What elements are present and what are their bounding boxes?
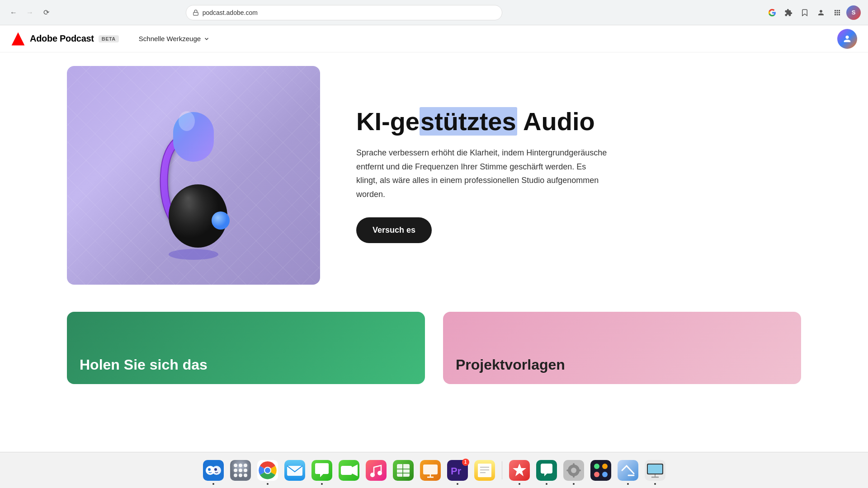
header-right [837, 29, 857, 49]
lock-icon [193, 9, 199, 16]
dock-music[interactable] [364, 459, 388, 482]
card-green-title: Holen Sie sich das [80, 356, 208, 373]
title-part2: Audio [517, 107, 595, 136]
svg-point-66 [602, 464, 608, 469]
svg-point-20 [239, 469, 242, 472]
svg-point-23 [239, 474, 242, 477]
svg-point-36 [370, 473, 375, 477]
browser-chrome: ← → ⟳ podcast.adobe.com [0, 0, 868, 25]
dock-sheets[interactable] [392, 459, 415, 482]
sysprefs-active-dot [573, 483, 575, 485]
mail-icon [284, 460, 305, 481]
svg-rect-44 [423, 465, 438, 474]
microphone-illustration [121, 85, 266, 266]
svg-point-18 [244, 464, 247, 467]
forward-button[interactable]: → [24, 6, 36, 19]
try-button[interactable]: Versuch es [356, 217, 432, 243]
address-bar[interactable]: podcast.adobe.com [186, 5, 502, 20]
svg-point-37 [377, 471, 382, 475]
dock-messages[interactable] [310, 459, 334, 482]
extensions-button[interactable] [781, 5, 796, 20]
extensions-icon [784, 9, 793, 17]
hero-description: Sprache verbessern erhöht die Klarheit, … [356, 146, 609, 201]
reeder-active-dot [519, 483, 520, 485]
svg-rect-72 [648, 465, 662, 474]
card-get-it[interactable]: Holen Sie sich das [67, 312, 425, 384]
svg-rect-69 [618, 460, 638, 481]
dock-facetime[interactable] [337, 459, 361, 482]
google-account-button[interactable] [765, 5, 779, 20]
tools-icon [590, 460, 611, 481]
hero-image [67, 66, 320, 285]
svg-marker-1 [12, 32, 25, 45]
google-icon [768, 9, 776, 17]
dock-reeder[interactable] [508, 459, 531, 482]
user-icon [842, 34, 852, 44]
dock-system-prefs[interactable] [562, 459, 585, 482]
adobe-logo-icon [11, 32, 25, 46]
page-header: Adobe Podcast BETA Schnelle Werkzeuge [0, 25, 868, 52]
cards-section: Holen Sie sich das Projektvorlagen [67, 312, 801, 384]
dock-android-messages[interactable] [535, 459, 558, 482]
title-highlight: stütztes [420, 107, 517, 136]
user-avatar[interactable] [837, 29, 857, 49]
chrome-active-dot [267, 483, 269, 485]
svg-rect-60 [573, 463, 575, 466]
svg-point-59 [571, 468, 576, 473]
svg-rect-0 [193, 12, 198, 15]
card-templates[interactable]: Projektvorlagen [443, 312, 801, 384]
dock-finder[interactable] [202, 459, 225, 482]
reload-button[interactable]: ⟳ [40, 6, 52, 19]
android-messages-icon [536, 460, 557, 481]
dock-mail[interactable] [283, 459, 307, 482]
svg-point-5 [175, 188, 207, 222]
main-content: KI-gestütztes Audio Sprache verbessern e… [0, 52, 868, 402]
dock-slides[interactable] [419, 459, 442, 482]
messages-active-dot [321, 483, 323, 485]
svg-point-24 [244, 474, 247, 477]
dock-notes[interactable] [473, 459, 496, 482]
svg-rect-63 [578, 469, 581, 471]
tab-search-button[interactable] [830, 5, 844, 20]
card-pink-title: Projektvorlagen [456, 356, 565, 373]
dock-xcode[interactable] [616, 459, 640, 482]
facetime-icon [339, 460, 359, 481]
chrome-icon [257, 460, 278, 481]
dock-launchpad[interactable] [229, 459, 252, 482]
svg-point-13 [208, 468, 211, 471]
sheets-icon [393, 460, 414, 481]
dock-chrome[interactable] [256, 459, 279, 482]
hero-section: KI-gestütztes Audio Sprache verbessern e… [67, 66, 801, 285]
svg-point-28 [265, 468, 270, 473]
dock-monitor[interactable] [643, 459, 667, 482]
profile-button[interactable] [814, 5, 828, 20]
dock-premiere[interactable]: Pr 1 [446, 459, 469, 482]
svg-point-67 [594, 472, 599, 477]
dock-tools[interactable] [589, 459, 613, 482]
hero-title: KI-gestütztes Audio [356, 108, 609, 136]
svg-point-8 [179, 111, 195, 131]
user-profile-circle[interactable]: S [846, 5, 861, 20]
mac-dock: Pr 1 [0, 452, 868, 488]
system-prefs-icon [563, 460, 584, 481]
notes-icon [474, 460, 495, 481]
svg-point-14 [214, 468, 217, 471]
svg-rect-35 [366, 460, 387, 481]
slides-icon [420, 460, 441, 481]
finder-icon [203, 460, 224, 481]
title-part1: KI-ge [356, 107, 420, 136]
premiere-active-dot [457, 483, 458, 485]
bookmark-button[interactable] [797, 5, 812, 20]
svg-point-17 [239, 464, 242, 467]
quick-tools-dropdown[interactable]: Schnelle Werkzeuge [133, 31, 215, 46]
svg-point-68 [602, 472, 608, 477]
back-button[interactable]: ← [7, 6, 20, 19]
adobe-logo-link[interactable]: Adobe Podcast BETA [11, 32, 119, 46]
dock-separator [502, 461, 502, 479]
hero-text: KI-gestütztes Audio Sprache verbessern e… [356, 108, 609, 244]
svg-point-65 [594, 464, 599, 469]
premiere-badge: 1 [462, 459, 469, 466]
reeder-icon [509, 460, 530, 481]
xcode-active-dot [627, 483, 629, 485]
svg-rect-33 [341, 466, 352, 475]
